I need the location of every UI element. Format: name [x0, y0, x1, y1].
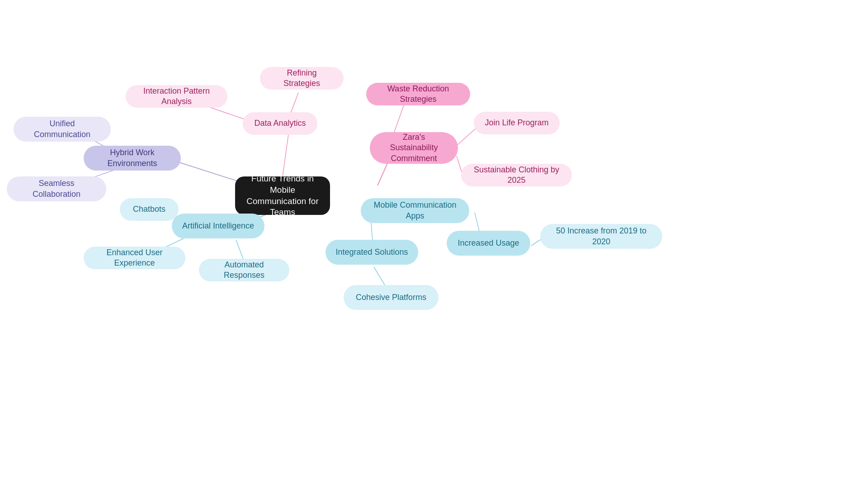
increased-usage-node[interactable]: Increased Usage [447, 231, 530, 256]
unified-communication-node[interactable]: Unified Communication [14, 117, 111, 142]
integrated-solutions-node[interactable]: Integrated Solutions [326, 240, 418, 265]
waste-reduction-node[interactable]: Waste Reduction Strategies [366, 83, 470, 105]
cohesive-platforms-node[interactable]: Cohesive Platforms [344, 285, 439, 310]
center-node[interactable]: Future Trends in Mobile Communication fo… [235, 176, 330, 215]
enhanced-ux-node[interactable]: Enhanced User Experience [84, 247, 185, 269]
interaction-pattern-node[interactable]: Interaction Pattern Analysis [126, 85, 227, 108]
refining-strategies-node[interactable]: Refining Strategies [260, 67, 344, 90]
zaras-sustainability-node[interactable]: Zara's Sustainability Commitment [370, 132, 458, 164]
seamless-collaboration-node[interactable]: Seamless Collaboration [7, 176, 106, 201]
sustainable-clothing-node[interactable]: Sustainable Clothing by 2025 [461, 164, 572, 186]
svg-line-3 [283, 128, 289, 176]
chatbots-node[interactable]: Chatbots [120, 198, 179, 221]
50-increase-node[interactable]: 50 Increase from 2019 to 2020 [540, 224, 662, 249]
mobile-apps-node[interactable]: Mobile Communication Apps [361, 198, 469, 223]
automated-responses-node[interactable]: Automated Responses [199, 259, 289, 281]
svg-line-13 [236, 240, 244, 262]
join-life-node[interactable]: Join Life Program [474, 112, 560, 134]
hybrid-work-node[interactable]: Hybrid Work Environments [84, 146, 181, 171]
data-analytics-node[interactable]: Data Analytics [243, 112, 317, 135]
ai-node[interactable]: Artificial Intelligence [172, 214, 264, 238]
